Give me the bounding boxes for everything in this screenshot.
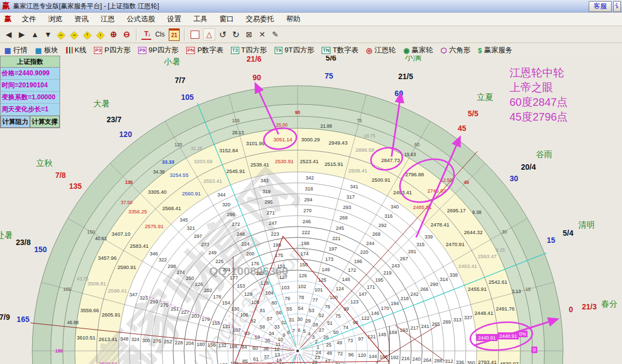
menu-settings[interactable]: 设置 [161,13,187,26]
diamond-down-icon[interactable]: ◆↓ [94,28,107,41]
window-title: 赢家江恩专业版[赢家服务平台] - [上证指数 江恩轮] [13,2,159,11]
partial-button[interactable]: 讠 [613,1,621,12]
calendar-icon[interactable]: 21 [169,28,180,41]
tab-kline[interactable]: K线 [66,45,87,55]
svg-text:73: 73 [347,338,353,343]
svg-text:105: 105 [181,93,194,102]
svg-text:60: 60 [414,142,420,147]
svg-text:18.75: 18.75 [364,133,376,139]
menu-file[interactable]: 文件 [16,13,42,26]
svg-text:169: 169 [389,330,397,335]
svg-text:2620.91: 2620.91 [99,361,117,364]
menu-news[interactable]: 资讯 [68,13,94,26]
svg-text:252: 252 [164,339,172,344]
svg-text:195: 195 [375,277,383,283]
svg-text:3457.96: 3457.96 [98,255,116,261]
menu-window[interactable]: 窗口 [214,13,240,26]
svg-text:217: 217 [410,325,418,331]
svg-text:103: 103 [281,285,289,290]
diamond-right-icon[interactable]: ◆→ [68,28,81,41]
rotate-cw-icon[interactable]: ↻ [229,28,242,41]
t-down-icon[interactable]: T↓ [141,29,151,40]
tab-sectors[interactable]: ▩板块 [35,45,58,55]
cls-button[interactable]: Cls [153,28,167,41]
svg-text:180: 180 [55,348,63,354]
menu-trade[interactable]: 交易委托 [240,13,280,26]
svg-text:243: 243 [392,263,400,268]
tab-winner-wheel[interactable]: ◉赢家轮 [404,45,433,55]
app-window: { "window": { "logo": "赢", "title": "赢家江… [0,0,622,364]
svg-text:319: 319 [263,189,271,194]
menu-tools[interactable]: 工具 [187,13,214,26]
annotation-line: 60度2847点 [510,95,568,110]
svg-text:2508.41: 2508.41 [348,168,367,174]
back-icon[interactable]: ◀ [2,28,15,41]
svg-text:223: 223 [271,231,279,237]
tab-quotes[interactable]: ▦行情 [4,45,27,55]
svg-text:197: 197 [329,246,337,252]
tab-service[interactable]: $赢家服务 [478,45,512,55]
svg-text:24: 24 [316,350,321,355]
svg-text:171: 171 [367,284,375,290]
zoom-out-icon[interactable]: ⊖ [120,28,133,41]
square-tool-icon[interactable] [191,31,199,39]
diamond-left-icon[interactable]: ◆← [55,28,68,41]
svg-text:2478.41: 2478.41 [430,222,449,228]
svg-text:96: 96 [348,352,354,357]
app-logo: 赢 [2,1,10,11]
svg-text:268: 268 [372,231,381,237]
rotate-ccw-icon[interactable]: ↺ [216,28,229,41]
svg-text:2605.91: 2605.91 [102,312,120,318]
svg-text:45: 45 [458,124,466,133]
svg-text:204: 204 [186,341,194,346]
x-box-icon[interactable]: ⊠ [242,28,256,41]
tab-hexagon[interactable]: ⬡六角形 [441,45,470,55]
svg-text:297: 297 [194,234,202,239]
svg-text:120: 120 [119,130,132,139]
svg-text:312: 312 [445,359,453,364]
triangle-tool-icon[interactable]: △ [203,28,215,40]
svg-text:165: 165 [17,315,30,324]
svg-text:2593.47: 2593.47 [478,253,496,259]
svg-text:6.25: 6.25 [496,247,505,253]
menu-browse[interactable]: 浏览 [42,13,68,26]
tab-9t-square[interactable]: T99T四方形 [275,45,315,55]
svg-text:2515.91: 2515.91 [324,161,343,167]
svg-text:大暑: 大暑 [93,99,110,108]
svg-text:321: 321 [187,225,195,231]
svg-text:7: 7 [292,328,295,333]
svg-text:2575.91: 2575.91 [145,223,163,229]
x-arrows-icon[interactable]: ✕ [256,28,269,41]
svg-text:265: 265 [432,321,440,327]
svg-text:3000.29: 3000.29 [301,136,320,142]
calc-resistance-button[interactable]: 计算阻力 [1,116,30,128]
tab-p-table[interactable]: PNP数字表 [186,45,223,55]
tab-t-table[interactable]: TNT数字表 [322,45,358,55]
diamond-up-icon[interactable]: ◆↑ [81,28,94,41]
menu-gann[interactable]: 江恩 [94,13,121,26]
svg-text:155: 155 [212,320,220,326]
down-icon[interactable]: ▼ [42,28,55,41]
svg-text:144: 144 [369,354,377,359]
tab-9p-square[interactable]: P99P四方形 [138,45,179,55]
svg-text:201: 201 [223,267,231,272]
svg-text:105: 105 [232,118,240,123]
svg-text:291: 291 [408,249,416,254]
svg-text:218: 218 [400,296,408,301]
calc-support-button[interactable]: 计算支撑 [30,116,60,128]
svg-text:293: 293 [343,205,351,210]
menu-formula[interactable]: 公式选股 [121,13,161,26]
tab-p-square[interactable]: P3P四方形 [94,45,131,55]
service-button[interactable]: 客服 [589,1,612,12]
svg-text:170: 170 [381,306,389,311]
t9-icon: T9 [275,47,283,54]
svg-text:135: 135 [69,182,82,190]
tab-gann-wheel[interactable]: ◎江恩轮 [366,45,395,55]
menu-help[interactable]: 帮助 [280,13,306,26]
edit-tool-icon[interactable]: ✎ [269,28,282,41]
forward-icon[interactable]: ▶ [15,28,28,41]
zoom-in-icon[interactable]: ⊕ [107,28,120,41]
tab-t-square[interactable]: T3T四方形 [231,45,266,55]
svg-text:2542.61: 2542.61 [489,279,507,285]
up-icon[interactable]: ▲ [28,28,42,41]
